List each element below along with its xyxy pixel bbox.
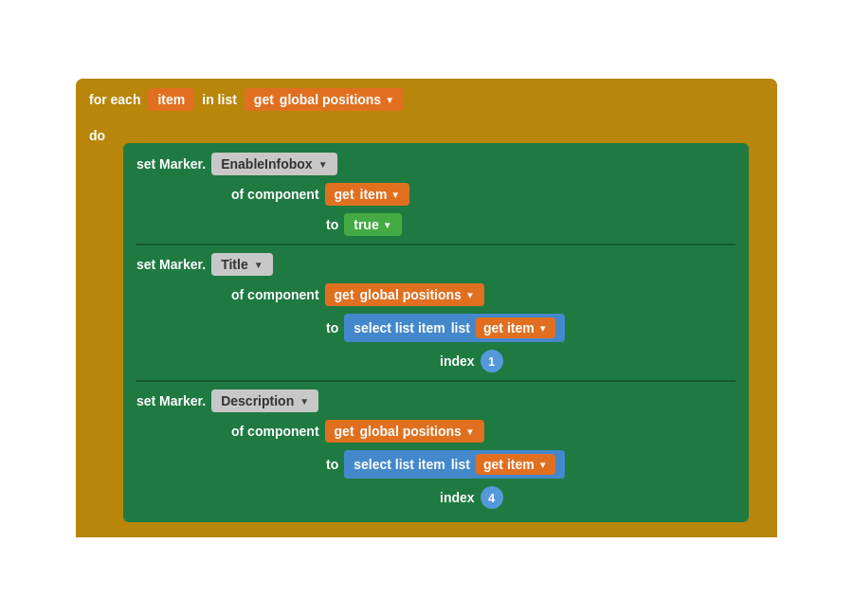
item-block[interactable]: item (148, 88, 194, 111)
blocks-container: for each item in list get global positio… (76, 79, 777, 537)
of-component-row-1: of component get item ▼ (136, 183, 735, 206)
to-row-1: to true ▼ (136, 213, 735, 236)
index-row-2: index 1 (136, 350, 735, 372)
of-component-label-1: of component (231, 187, 319, 202)
index-label-2: index (440, 353, 475, 369)
dropdown-arrow-icon: ▼ (385, 95, 394, 105)
to-row-2: to select list item list get item ▼ (136, 314, 735, 342)
dropdown-arrow-icon: ▼ (465, 426, 475, 437)
green-container: set Marker. EnableInfobox ▼ of component… (123, 143, 749, 522)
dropdown-arrow-icon: ▼ (390, 190, 400, 200)
dropdown-arrow-icon: ▼ (538, 323, 548, 334)
get-global-positions-block-3[interactable]: get global positions ▼ (325, 420, 484, 443)
dropdown-arrow-icon: ▼ (538, 460, 548, 470)
get-global-positions-block-2[interactable]: get global positions ▼ (325, 283, 484, 306)
set-marker-row-3: set Marker. Description ▼ (136, 390, 735, 412)
select-list-block-3[interactable]: select list item list get item ▼ (344, 450, 564, 479)
dropdown-arrow-icon: ▼ (383, 220, 392, 230)
global-positions-dropdown[interactable]: global positions ▼ (280, 92, 394, 107)
divider-2 (136, 380, 735, 382)
true-block[interactable]: true ▼ (344, 213, 401, 236)
dropdown-arrow-icon: ▼ (299, 396, 309, 407)
title-dropdown[interactable]: Title ▼ (211, 253, 272, 276)
get-item-inner-2[interactable]: get item ▼ (476, 317, 555, 338)
dropdown-arrow-icon: ▼ (318, 159, 328, 170)
dropdown-arrow-icon: ▼ (254, 260, 263, 270)
enable-infobox-dropdown[interactable]: EnableInfobox ▼ (211, 153, 336, 175)
of-component-row-3: of component get global positions ▼ (136, 420, 735, 443)
global-positions-dropdown-3[interactable]: global positions ▼ (360, 424, 475, 439)
index-badge-3[interactable]: 4 (481, 486, 503, 509)
set-marker-label-3: set Marker. (136, 393, 206, 408)
to-label-3: to (326, 457, 338, 472)
foreach-header: for each item in list get global positio… (76, 79, 777, 120)
to-row-3: to select list item list get item ▼ (136, 450, 735, 479)
for-each-label: for each (89, 92, 140, 107)
get-global-positions-block[interactable]: get global positions ▼ (245, 88, 404, 111)
dropdown-arrow-icon: ▼ (465, 290, 475, 300)
divider-1 (136, 244, 735, 245)
global-positions-dropdown-2[interactable]: global positions ▼ (360, 287, 475, 302)
set-marker-row-2: set Marker. Title ▼ (136, 253, 735, 276)
get-item-inner-3[interactable]: get item ▼ (476, 454, 555, 475)
set-marker-label-2: set Marker. (136, 257, 206, 272)
of-component-row-2: of component get global positions ▼ (136, 283, 735, 306)
get-item-block-1[interactable]: get item ▼ (325, 183, 410, 206)
set-marker-row-1: set Marker. EnableInfobox ▼ (136, 153, 735, 175)
to-label-2: to (326, 320, 338, 335)
item-dropdown-1[interactable]: item ▼ (360, 187, 401, 202)
section-3: set Marker. Description ▼ of component g… (136, 390, 735, 509)
in-list-label: in list (202, 92, 237, 107)
of-component-label-2: of component (231, 287, 319, 302)
to-label-1: to (326, 217, 338, 232)
section-1: set Marker. EnableInfobox ▼ of component… (136, 153, 735, 236)
index-badge-2[interactable]: 1 (481, 350, 503, 372)
index-label-3: index (440, 490, 475, 505)
index-row-3: index 4 (136, 486, 735, 509)
of-component-label-3: of component (231, 424, 319, 439)
foreach-body: do set Marker. EnableInfobox ▼ of compon… (76, 120, 777, 537)
select-list-block-2[interactable]: select list item list get item ▼ (344, 314, 564, 342)
section-2: set Marker. Title ▼ of component get glo… (136, 253, 735, 372)
do-label: do (76, 120, 777, 143)
set-marker-label-1: set Marker. (136, 156, 206, 172)
description-dropdown[interactable]: Description ▼ (211, 390, 318, 412)
foreach-outer-block: for each item in list get global positio… (76, 79, 777, 537)
